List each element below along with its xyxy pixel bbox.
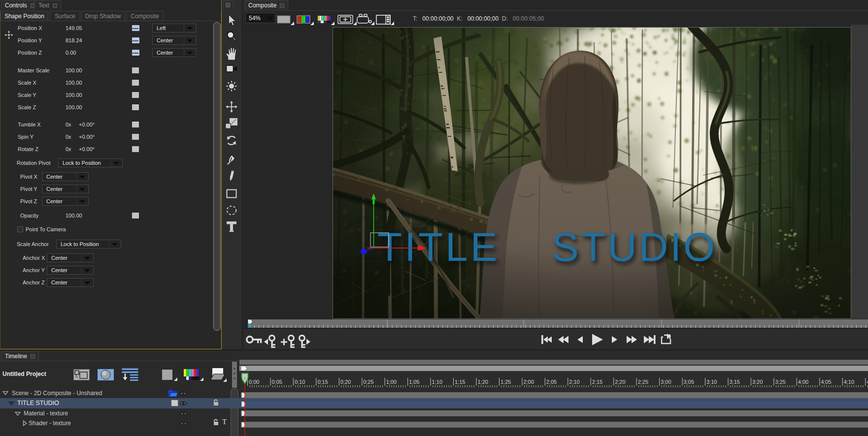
svg-text:2;20: 2;20 [615, 379, 625, 385]
svg-text:0;10: 0;10 [295, 379, 305, 385]
svg-text:2;05: 2;05 [546, 379, 557, 385]
svg-text:3;05: 3;05 [684, 379, 694, 385]
svg-text:1;25: 1;25 [501, 379, 511, 385]
svg-text:3;20: 3;20 [752, 379, 763, 385]
svg-text:1;10: 1;10 [432, 379, 442, 385]
svg-text:0;00: 0;00 [249, 379, 259, 385]
svg-text:0;25: 0;25 [363, 379, 373, 385]
svg-text:4;00: 4;00 [798, 379, 808, 385]
svg-text:4;05: 4;05 [821, 379, 831, 385]
svg-text:0;20: 0;20 [340, 379, 351, 385]
svg-text:3;25: 3;25 [775, 379, 785, 385]
svg-text:1;20: 1;20 [478, 379, 488, 385]
svg-text:2;00: 2;00 [523, 379, 534, 385]
svg-text:1;05: 1;05 [409, 379, 419, 385]
svg-text:4;10: 4;10 [844, 379, 854, 385]
svg-text:2;25: 2;25 [638, 379, 648, 385]
svg-text:3;10: 3;10 [706, 379, 717, 385]
svg-text:1;15: 1;15 [455, 379, 465, 385]
svg-text:2;15: 2;15 [592, 379, 602, 385]
svg-text:0;05: 0;05 [272, 379, 282, 385]
svg-text:0;15: 0;15 [317, 379, 328, 385]
svg-text:1;00: 1;00 [386, 379, 397, 385]
svg-text:3;00: 3;00 [661, 379, 671, 385]
svg-text:3;15: 3;15 [730, 379, 740, 385]
svg-text:2;10: 2;10 [569, 379, 579, 385]
